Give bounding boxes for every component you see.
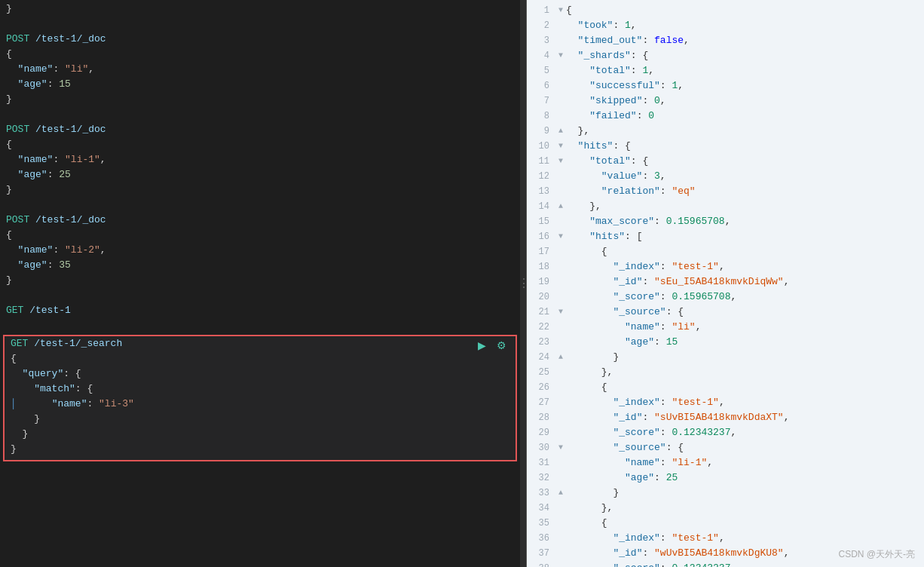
line-number: 35 xyxy=(528,516,555,531)
right-line: 31 "name": "li-1", xyxy=(527,455,924,470)
line-number: 12 xyxy=(528,169,555,184)
line-content: { xyxy=(566,516,922,531)
fold-icon[interactable]: ▼ xyxy=(555,154,566,169)
line-number: 10 xyxy=(528,139,555,154)
right-panel: 1▼{2 "took": 1,3 "timed_out": false,4▼ "… xyxy=(526,0,924,567)
line-content: { xyxy=(566,3,922,18)
line-content: "_id": "sEu_I5AB418kmvkDiqWw", xyxy=(566,274,922,290)
code-line: "query": { xyxy=(5,368,516,383)
line-number: 21 xyxy=(528,305,555,320)
line-number: 15 xyxy=(528,214,555,229)
right-line: 26 { xyxy=(527,380,924,395)
line-content: "took": 1, xyxy=(566,18,922,33)
line-number: 23 xyxy=(528,335,555,350)
run-button[interactable]: ▶ xyxy=(475,338,489,353)
left-panel: } POST /test-1/_doc { "name": "li", "age… xyxy=(0,0,520,567)
right-line: 15 "max_score": 0.15965708, xyxy=(527,214,924,229)
code-line: } xyxy=(0,274,520,290)
right-line: 10▼ "hits": { xyxy=(527,139,924,154)
line-number: 30 xyxy=(528,440,555,455)
fold-icon[interactable]: ▼ xyxy=(555,3,566,18)
line-number: 33 xyxy=(528,486,555,501)
line-content: "_score": 0.12343237, xyxy=(566,561,922,567)
right-line: 36 "_index": "test-1", xyxy=(527,531,924,546)
fold-icon[interactable]: ▲ xyxy=(555,486,566,501)
line-number: 6 xyxy=(528,78,555,93)
code-line xyxy=(0,199,520,214)
line-number: 1 xyxy=(528,3,555,18)
line-content: "successful": 1, xyxy=(566,78,922,93)
line-content: "hits": [ xyxy=(566,229,922,244)
code-line xyxy=(0,290,520,305)
line-number: 13 xyxy=(528,184,555,199)
line-content: "max_score": 0.15965708, xyxy=(566,214,922,229)
fold-icon[interactable]: ▼ xyxy=(555,305,566,320)
line-content: { xyxy=(566,380,922,395)
line-number: 7 xyxy=(528,93,555,109)
fold-icon[interactable]: ▲ xyxy=(555,350,566,365)
right-line: 1▼{ xyxy=(527,3,924,18)
right-line: 2 "took": 1, xyxy=(527,18,924,33)
fold-icon[interactable]: ▼ xyxy=(555,440,566,455)
right-editor[interactable]: 1▼{2 "took": 1,3 "timed_out": false,4▼ "… xyxy=(527,0,924,567)
code-line: "match": { xyxy=(5,383,516,398)
line-content: "hits": { xyxy=(566,139,922,154)
fold-icon[interactable]: ▲ xyxy=(555,124,566,139)
line-number: 4 xyxy=(528,48,555,63)
line-number: 29 xyxy=(528,425,555,440)
left-editor[interactable]: } POST /test-1/_doc { "name": "li", "age… xyxy=(0,0,520,567)
right-line: 14▲ }, xyxy=(527,199,924,214)
line-content: "_source": { xyxy=(566,305,922,320)
fold-icon[interactable]: ▼ xyxy=(555,229,566,244)
line-content: }, xyxy=(566,501,922,516)
line-number: 32 xyxy=(528,470,555,486)
code-line: { xyxy=(5,353,516,368)
line-number: 16 xyxy=(528,229,555,244)
right-line: 25 }, xyxy=(527,365,924,380)
right-line: 20 "_score": 0.15965708, xyxy=(527,290,924,305)
code-line: GET /test-1/_search xyxy=(5,338,516,353)
right-line: 5 "total": 1, xyxy=(527,63,924,78)
code-line: } xyxy=(0,3,520,18)
right-line: 11▼ "total": { xyxy=(527,154,924,169)
watermark: CSDN @天外天-亮 xyxy=(838,548,915,561)
line-content: "total": 1, xyxy=(566,63,922,78)
line-number: 36 xyxy=(528,531,555,546)
fold-icon[interactable]: ▲ xyxy=(555,199,566,214)
line-number: 11 xyxy=(528,154,555,169)
line-number: 27 xyxy=(528,395,555,410)
code-line: POST /test-1/_doc xyxy=(0,124,520,139)
right-line: 4▼ "_shards": { xyxy=(527,48,924,63)
line-content: }, xyxy=(566,199,922,214)
line-content: "_source": { xyxy=(566,440,922,455)
line-content: "skipped": 0, xyxy=(566,93,922,109)
panel-divider[interactable]: ⋮ xyxy=(520,0,526,567)
code-line: } xyxy=(0,184,520,199)
line-content: }, xyxy=(566,365,922,380)
code-line: { xyxy=(0,229,520,244)
right-line: 35 { xyxy=(527,516,924,531)
line-content: }, xyxy=(566,124,922,139)
line-content: { xyxy=(566,244,922,259)
right-line: 23 "age": 15 xyxy=(527,335,924,350)
line-content: "age": 25 xyxy=(566,470,922,486)
code-line: │ "name": "li-3" xyxy=(5,398,516,413)
code-line xyxy=(0,109,520,124)
line-number: 31 xyxy=(528,455,555,470)
line-number: 19 xyxy=(528,274,555,290)
right-line: 29 "_score": 0.12343237, xyxy=(527,425,924,440)
fold-icon[interactable]: ▼ xyxy=(555,139,566,154)
line-number: 20 xyxy=(528,290,555,305)
line-content: } xyxy=(566,350,922,365)
line-number: 22 xyxy=(528,320,555,335)
settings-button[interactable]: ⚙ xyxy=(494,338,509,353)
right-line: 18 "_index": "test-1", xyxy=(527,259,924,274)
line-content: "_index": "test-1", xyxy=(566,531,922,546)
fold-icon[interactable]: ▼ xyxy=(555,48,566,63)
right-line: 17 { xyxy=(527,244,924,259)
line-number: 26 xyxy=(528,380,555,395)
line-number: 2 xyxy=(528,18,555,33)
code-line: } xyxy=(5,413,516,428)
right-line: 22 "name": "li", xyxy=(527,320,924,335)
line-content: "_index": "test-1", xyxy=(566,395,922,410)
